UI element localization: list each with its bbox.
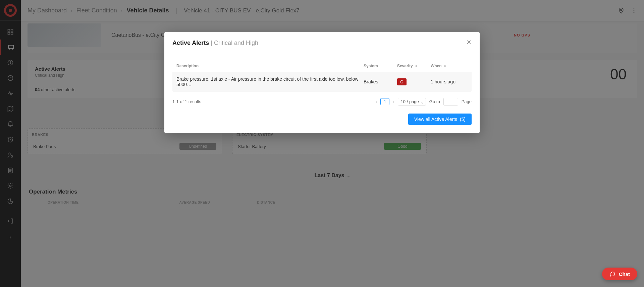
sort-icon: ▲▼ [415,64,418,68]
goto-page-input[interactable] [443,98,458,105]
chat-button[interactable]: Chat [602,268,637,280]
close-icon [466,40,472,45]
alert-when: 1 hours ago [431,79,468,84]
alerts-table-header: Description System Severity ▲▼ When ▲▼ [172,60,472,72]
pagination: ‹ 1 › 10 / page Go to Page [376,98,472,105]
page-label: Page [462,99,472,104]
alert-row[interactable]: Brake pressure, 1st axle - Air pressure … [172,72,472,92]
col-when[interactable]: When ▲▼ [431,64,468,68]
page-size-select[interactable]: 10 / page [398,98,426,105]
col-description[interactable]: Description [176,64,364,68]
modal-title: Active Alerts | Critical and High [172,40,258,47]
modal-close-button[interactable] [466,40,472,47]
col-system[interactable]: System [364,64,397,68]
chat-icon [609,271,615,277]
prev-page[interactable]: ‹ [376,99,377,104]
results-count: 1-1 of 1 results [172,99,201,104]
col-severity[interactable]: Severity ▲▼ [397,64,431,68]
goto-label: Go to [429,99,440,104]
page-number[interactable]: 1 [380,98,389,105]
view-all-alerts-button[interactable]: View all Active Alerts (5) [408,114,472,125]
sort-icon: ▲▼ [444,64,446,68]
next-page[interactable]: › [393,99,394,104]
alert-system: Brakes [364,79,397,84]
active-alerts-modal: Active Alerts | Critical and High Descri… [164,32,480,133]
alert-description: Brake pressure, 1st axle - Air pressure … [176,76,364,87]
severity-badge: C [397,78,407,85]
